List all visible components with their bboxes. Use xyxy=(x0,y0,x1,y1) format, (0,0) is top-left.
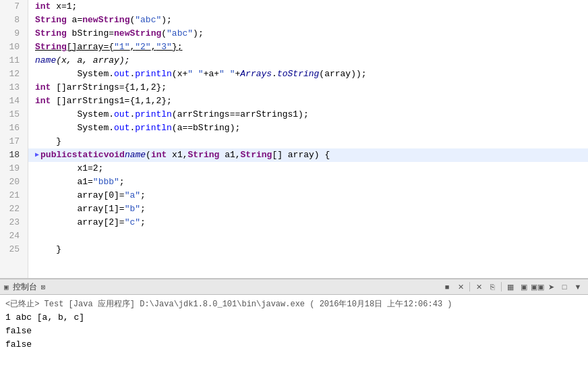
code-line-11: name(x, a, array); xyxy=(28,54,588,67)
console-output[interactable]: <已终止> Test [Java 应用程序] D:\Java\jdk1.8.0_… xyxy=(0,295,588,390)
console-toolbar-btn-5[interactable]: ▣ xyxy=(518,281,530,293)
code-lines[interactable]: int x=1; String a=new String("abc"); Str… xyxy=(28,0,588,278)
line-number-16: 16 xyxy=(5,121,22,135)
console-toolbar-btn-8[interactable]: □ xyxy=(558,281,570,293)
toolbar-separator xyxy=(501,282,502,291)
console-area: ▣ 控制台 ⊠ ■✕✕⎘▦▣▣▣➤□▼ <已终止> Test [Java 应用程… xyxy=(0,279,588,390)
code-line-16: System.out.println(a==bString); xyxy=(28,121,588,135)
console-output-line: 1 abc [a, b, c] xyxy=(5,311,583,325)
line-number-17: 17 xyxy=(5,135,22,148)
console-toolbar-btn-6[interactable]: ▣▣ xyxy=(531,281,543,293)
code-line-13: int []arrStrings={1,1,2}; xyxy=(28,81,588,94)
console-header: ▣ 控制台 ⊠ ■✕✕⎘▦▣▣▣➤□▼ xyxy=(0,279,588,295)
console-icon: ▣ xyxy=(4,283,9,291)
debug-arrow: ▶ xyxy=(35,148,39,162)
console-toolbar-btn-0[interactable]: ■ xyxy=(441,281,453,293)
line-number-13: 13 xyxy=(5,81,22,94)
code-line-23: array[2]="c"; xyxy=(28,216,588,229)
code-line-17: } xyxy=(28,135,588,148)
code-line-18: ▶ public static void name(int x1,String … xyxy=(28,148,588,162)
console-title-area: ▣ 控制台 ⊠ xyxy=(4,281,45,293)
toolbar-separator xyxy=(469,282,470,291)
line-number-20: 20 xyxy=(5,175,22,189)
console-tab-icon: ⊠ xyxy=(41,283,46,291)
line-number-8: 8 xyxy=(5,13,22,27)
line-number-18: 18 xyxy=(5,148,22,162)
console-toolbar-btn-2[interactable]: ✕ xyxy=(473,281,485,293)
code-line-10: String[]array={"1","2","3"}; xyxy=(28,40,588,54)
console-toolbar-btn-4[interactable]: ▦ xyxy=(504,281,517,293)
console-title: 控制台 xyxy=(13,281,37,293)
console-output-line: false xyxy=(5,325,583,338)
console-command: <已终止> Test [Java 应用程序] D:\Java\jdk1.8.0_… xyxy=(5,298,583,311)
code-line-14: int []arrStrings1={1,1,2}; xyxy=(28,94,588,108)
line-number-11: 11 xyxy=(5,54,22,67)
code-line-24 xyxy=(28,229,588,243)
console-toolbar-btn-1[interactable]: ✕ xyxy=(454,281,467,293)
line-number-24: 24 xyxy=(5,229,22,243)
code-line-20: a1="bbb"; xyxy=(28,175,588,189)
line-number-15: 15 xyxy=(5,108,22,121)
code-line-21: array[0]="a"; xyxy=(28,189,588,202)
console-output-line: false xyxy=(5,338,583,352)
line-number-23: 23 xyxy=(5,216,22,229)
code-line-25: } xyxy=(28,243,588,256)
console-toolbar-btn-9[interactable]: ▼ xyxy=(572,281,584,293)
editor-area: 78910111213141516171819202122232425 int … xyxy=(0,0,588,279)
line-number-12: 12 xyxy=(5,67,22,81)
code-line-15: System.out.println(arrStrings==arrString… xyxy=(28,108,588,121)
line-number-14: 14 xyxy=(5,94,22,108)
line-number-21: 21 xyxy=(5,189,22,202)
line-number-10: 10 xyxy=(5,40,22,54)
line-number-19: 19 xyxy=(5,162,22,175)
code-line-19: x1=2; xyxy=(28,162,588,175)
console-toolbar: ■✕✕⎘▦▣▣▣➤□▼ xyxy=(441,281,584,293)
code-line-12: System.out.println(x+" "+a+" "+Arrays.to… xyxy=(28,67,588,81)
line-number-7: 7 xyxy=(5,0,22,13)
console-output-lines: 1 abc [a, b, c]falsefalse xyxy=(5,311,583,352)
code-container: 78910111213141516171819202122232425 int … xyxy=(0,0,588,278)
console-toolbar-btn-3[interactable]: ⎘ xyxy=(486,281,498,293)
line-number-9: 9 xyxy=(5,27,22,40)
code-line-7: int x=1; xyxy=(28,0,588,13)
line-number-25: 25 xyxy=(5,243,22,256)
code-line-9: String bString=new String("abc"); xyxy=(28,27,588,40)
line-number-22: 22 xyxy=(5,202,22,216)
line-numbers: 78910111213141516171819202122232425 xyxy=(0,0,28,278)
code-line-22: array[1]="b"; xyxy=(28,202,588,216)
code-line-8: String a=new String("abc"); xyxy=(28,13,588,27)
console-toolbar-btn-7[interactable]: ➤ xyxy=(545,281,557,293)
